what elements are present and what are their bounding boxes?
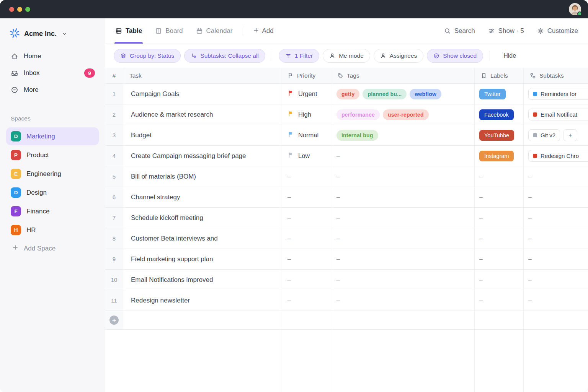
task-name-cell[interactable]: Bill of materials (BOM) xyxy=(123,166,281,187)
tags-cell[interactable]: – xyxy=(331,146,475,166)
subtasks-cell[interactable]: – xyxy=(524,290,588,311)
labels-cell[interactable]: – xyxy=(475,249,524,269)
subtasks-cell[interactable]: Email Notificat xyxy=(524,104,588,125)
sidebar-item-hr[interactable]: HHR xyxy=(6,221,99,239)
sidebar-item-home[interactable]: Home xyxy=(6,48,99,65)
subtasks-cell[interactable]: – xyxy=(524,187,588,207)
tag-pill[interactable]: getty xyxy=(336,89,359,99)
tags-cell[interactable]: internal bug xyxy=(331,125,475,145)
show-button[interactable]: Show · 5 xyxy=(488,27,524,35)
label-chip[interactable]: YouTubbe xyxy=(479,130,514,141)
filter-pill-me-mode[interactable]: Me mode xyxy=(323,49,370,63)
subtask-chip[interactable]: Reminders for xyxy=(528,88,588,100)
tags-cell[interactable]: – xyxy=(331,249,475,269)
sidebar-item-design[interactable]: DDesign xyxy=(6,184,99,202)
label-chip[interactable]: Instagram xyxy=(479,151,514,161)
task-name-cell[interactable]: Field marketing support plan xyxy=(123,249,281,269)
search-button[interactable]: Search xyxy=(444,27,475,35)
filter-pill-assignees[interactable]: Assignees xyxy=(374,49,424,63)
customize-button[interactable]: Customize xyxy=(537,27,578,35)
labels-cell[interactable]: Instagram xyxy=(475,146,524,166)
task-name-cell[interactable]: Redesign newsletter xyxy=(123,290,281,311)
subtask-chip[interactable]: Redesign Chro xyxy=(528,150,588,162)
subtasks-cell[interactable]: – xyxy=(524,228,588,249)
tag-pill[interactable]: user-reported xyxy=(383,109,429,120)
labels-cell[interactable]: – xyxy=(475,228,524,249)
priority-cell[interactable]: – xyxy=(281,290,331,311)
subtasks-cell[interactable]: – xyxy=(524,270,588,290)
task-name-cell[interactable]: Channel strategy xyxy=(123,187,281,207)
subtasks-cell[interactable]: – xyxy=(524,208,588,228)
tags-cell[interactable]: – xyxy=(331,270,475,290)
tags-cell[interactable]: gettyplanned bu...webflow xyxy=(331,84,475,104)
tab-board[interactable]: Board xyxy=(155,18,183,44)
workspace-switcher[interactable]: Acme Inc. xyxy=(6,25,99,48)
add-view-button[interactable]: Add xyxy=(253,27,274,35)
labels-cell[interactable]: – xyxy=(475,187,524,207)
priority-cell[interactable]: – xyxy=(281,208,331,228)
priority-cell[interactable]: – xyxy=(281,228,331,249)
priority-cell[interactable]: – xyxy=(281,249,331,269)
labels-cell[interactable]: – xyxy=(475,208,524,228)
tab-calendar[interactable]: Calendar xyxy=(196,18,233,44)
task-name-cell[interactable]: Budget xyxy=(123,125,281,145)
column-header-task[interactable]: Task xyxy=(123,68,281,83)
filter-pill-subtasks-collapse-all[interactable]: Subtasks: Collapse all xyxy=(184,49,265,63)
add-space-button[interactable]: Add Space xyxy=(6,240,99,257)
column-header-priority[interactable]: Priority xyxy=(281,68,331,83)
tab-table[interactable]: Table xyxy=(115,18,142,44)
priority-cell[interactable]: – xyxy=(281,166,331,187)
sidebar-item-engineering[interactable]: EEngineering xyxy=(6,165,99,183)
priority-cell[interactable]: – xyxy=(281,187,331,207)
filter-pill-show-closed[interactable]: Show closed xyxy=(427,49,483,63)
zoom-button[interactable] xyxy=(25,7,30,12)
priority-cell[interactable]: High xyxy=(281,104,331,125)
task-name-cell[interactable]: Schedule kickoff meeting xyxy=(123,208,281,228)
tag-pill[interactable]: webflow xyxy=(410,89,441,99)
task-name-cell[interactable]: Email Notifications improved xyxy=(123,270,281,290)
tag-pill[interactable]: planned bu... xyxy=(363,89,407,99)
tags-cell[interactable]: – xyxy=(331,290,475,311)
tags-cell[interactable]: – xyxy=(331,228,475,249)
tags-cell[interactable]: – xyxy=(331,187,475,207)
column-header-tags[interactable]: Tags xyxy=(331,68,475,83)
tags-cell[interactable]: performanceuser-reported xyxy=(331,104,475,125)
label-chip[interactable]: Twitter xyxy=(479,89,506,99)
label-chip[interactable]: Facebook xyxy=(479,109,514,120)
labels-cell[interactable]: Twitter xyxy=(475,84,524,104)
subtasks-cell[interactable]: Reminders for xyxy=(524,84,588,104)
task-name-cell[interactable]: Create Campaign messaging brief page xyxy=(123,146,281,166)
priority-cell[interactable]: Normal xyxy=(281,125,331,145)
subtasks-cell[interactable]: – xyxy=(524,249,588,269)
add-task-button[interactable]: + xyxy=(109,316,119,325)
tag-pill[interactable]: internal bug xyxy=(336,130,378,141)
subtask-chip[interactable]: Git v2 xyxy=(528,129,560,141)
sidebar-item-marketing[interactable]: DMarketing xyxy=(6,127,99,145)
task-name-cell[interactable]: Campaign Goals xyxy=(123,84,281,104)
column-header-labels[interactable]: Labels xyxy=(475,68,524,83)
sidebar-item-inbox[interactable]: Inbox9 xyxy=(6,65,99,81)
sidebar-item-finance[interactable]: FFinance xyxy=(6,202,99,220)
column-header-subtasks[interactable]: Subtasks xyxy=(524,68,588,83)
filter-pill-group-by-status[interactable]: Group by: Status xyxy=(114,49,181,63)
sidebar-item-more[interactable]: More xyxy=(6,81,99,98)
subtask-chip[interactable]: Email Notificat xyxy=(528,109,588,120)
task-name-cell[interactable]: Audience & market research xyxy=(123,104,281,125)
labels-cell[interactable]: – xyxy=(475,166,524,187)
column-header-num[interactable]: # xyxy=(105,68,123,83)
tags-cell[interactable]: – xyxy=(331,208,475,228)
priority-cell[interactable]: – xyxy=(281,270,331,290)
tag-pill[interactable]: performance xyxy=(336,109,380,120)
add-subtask-button[interactable]: + xyxy=(563,129,577,141)
priority-cell[interactable]: Low xyxy=(281,146,331,166)
subtasks-cell[interactable]: Redesign Chro xyxy=(524,146,588,166)
filter-pill-1-filter[interactable]: 1 Filter xyxy=(279,49,319,63)
priority-cell[interactable]: Urgent xyxy=(281,84,331,104)
minimize-button[interactable] xyxy=(17,7,22,12)
subtasks-cell[interactable]: Git v2+ xyxy=(524,125,588,145)
tags-cell[interactable]: – xyxy=(331,166,475,187)
labels-cell[interactable]: – xyxy=(475,270,524,290)
user-avatar[interactable] xyxy=(569,3,581,15)
subtasks-cell[interactable]: – xyxy=(524,166,588,187)
close-button[interactable] xyxy=(9,7,14,12)
